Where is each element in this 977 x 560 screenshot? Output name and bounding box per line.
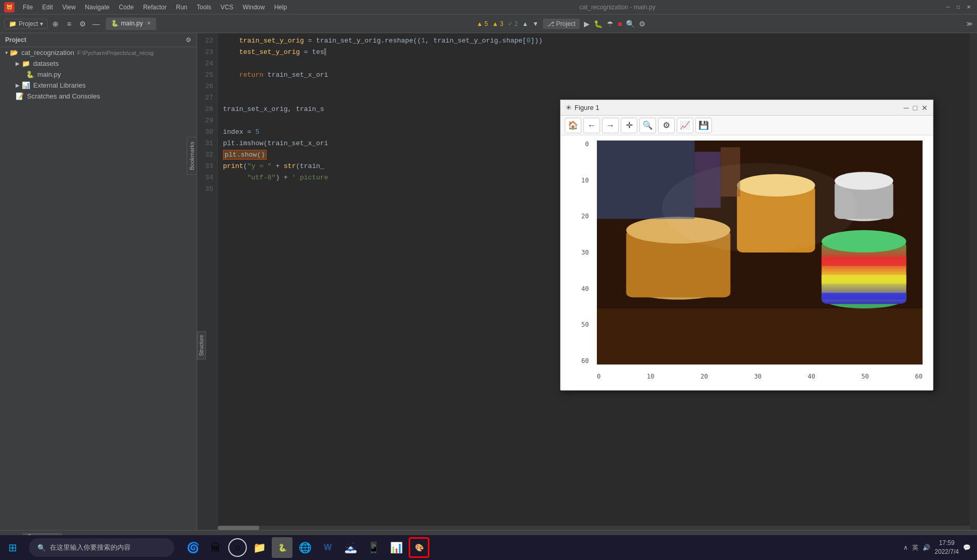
project-tab-label: Project (19, 20, 38, 27)
main-layout: Project ⚙ ▾ 📂 cat_recognization F:\Pycha… (0, 33, 977, 530)
scrollbar-thumb[interactable] (218, 526, 259, 530)
root-label: cat_recognization (21, 49, 74, 57)
figure-back-button[interactable]: ← (583, 118, 600, 133)
figure-close-button[interactable]: ✕ (922, 104, 928, 112)
taskbar-temple[interactable]: 🏛 (205, 537, 226, 558)
taskbar-table[interactable]: 📊 (386, 537, 407, 558)
structure-tab[interactable]: Structure (197, 331, 206, 360)
figure-maximize-button[interactable]: □ (913, 104, 917, 112)
bookmarks-tab[interactable]: Bookmarks (187, 137, 197, 175)
figure-scale-button[interactable]: 📈 (677, 118, 693, 133)
svg-point-20 (662, 163, 858, 253)
maximize-button[interactable]: □ (954, 3, 962, 11)
taskbar-word[interactable]: W (317, 537, 338, 558)
down-arrow-icon[interactable]: ▼ (533, 20, 539, 27)
search-icon[interactable]: 🔍 (626, 20, 635, 28)
figure-zoom-button[interactable]: 🔍 (639, 118, 656, 133)
tree-item-external-libs[interactable]: ▶ 📊 External Libraries (0, 80, 197, 91)
branch-button[interactable]: ⎇ Project (543, 19, 580, 29)
external-libs-label: External Libraries (33, 81, 86, 89)
sidebar: Project ⚙ ▾ 📂 cat_recognization F:\Pycha… (0, 33, 197, 530)
debug-icon[interactable]: 🐛 (594, 20, 603, 28)
settings-icon[interactable]: ⚙ (639, 20, 646, 28)
taskbar-phone[interactable]: 📱 (363, 537, 384, 558)
tree-item-datasets[interactable]: ▶ 📁 datasets (0, 58, 197, 69)
taskbar-files[interactable]: 📁 (249, 537, 270, 558)
y-label-30: 30 (581, 249, 589, 256)
taskbar-circle[interactable]: ○ (228, 538, 247, 557)
taskbar-pinwheel[interactable]: 🎨 (409, 537, 429, 558)
code-line-25: return train_set_x_ori (223, 69, 972, 81)
tree-item-root[interactable]: ▾ 📂 cat_recognization F:\PycharmProjects… (0, 47, 197, 58)
editor-area[interactable]: Structure 22 23 24 25 26 27 28 29 30 31 … (197, 33, 977, 530)
lib-expand-icon: ▶ (16, 82, 20, 88)
tree-item-mainpy[interactable]: 🐍 main.py (0, 69, 197, 80)
tray-time-text: 17:59 (934, 539, 959, 548)
search-placeholder-text: 在这里输入你要搜索的内容 (50, 543, 131, 552)
project-tab[interactable]: 📁 Project ▾ (4, 19, 48, 29)
tray-sound-icon[interactable]: 🔊 (923, 544, 930, 551)
menu-vcs[interactable]: VCS (216, 3, 238, 12)
sidebar-header: Project ⚙ (0, 33, 197, 47)
tray-up-icon[interactable]: ∧ (903, 544, 908, 551)
tab-bar-left: 📁 Project ▾ ⊕ ≡ ⚙ — (4, 18, 102, 30)
close-tab-icon[interactable]: ✕ (147, 20, 151, 26)
collapse-icon[interactable]: ≡ (63, 18, 75, 30)
figure-title-text: Figure 1 (575, 104, 599, 111)
figure-save-button[interactable]: 💾 (695, 118, 712, 133)
menu-window[interactable]: Window (239, 3, 269, 12)
taskbar-pycharm[interactable]: 🐍 (272, 537, 292, 558)
figure-window[interactable]: ✳ Figure 1 ─ □ ✕ 🏠 ← → ✛ 🔍 ⚙ 📈 💾 (560, 100, 933, 390)
taskbar-cortana[interactable]: 🌀 (183, 537, 203, 558)
start-button[interactable]: ⊞ (0, 535, 25, 560)
y-label-10: 10 (581, 177, 589, 184)
figure-minimize-button[interactable]: ─ (904, 104, 909, 112)
scratches-label: Scratches and Consoles (27, 92, 100, 100)
figure-home-button[interactable]: 🏠 (565, 118, 581, 133)
figure-pan-button[interactable]: ✛ (621, 118, 637, 133)
menu-tools[interactable]: Tools (192, 3, 215, 12)
taskbar-browser[interactable]: 🌐 (295, 537, 315, 558)
y-label-40: 40 (581, 285, 589, 292)
menu-help[interactable]: Help (270, 3, 291, 12)
figure-icon: ✳ (566, 104, 571, 111)
run-icon[interactable]: ▶ (584, 20, 590, 28)
figure-title: ✳ Figure 1 (566, 104, 599, 111)
menu-refactor[interactable]: Refactor (139, 3, 171, 12)
code-line-24 (223, 58, 972, 69)
gear-icon[interactable]: ⚙ (186, 36, 191, 44)
coverage-icon[interactable]: ☂ (607, 20, 613, 28)
menu-file[interactable]: File (19, 3, 37, 12)
menu-view[interactable]: View (58, 3, 80, 12)
taskbar-maps[interactable]: 🗻 (340, 537, 361, 558)
taskbar-search[interactable]: 🔍 在这里输入你要搜索的内容 (29, 538, 174, 557)
up-arrow-icon[interactable]: ▲ (522, 20, 528, 27)
y-label-0: 0 (585, 141, 589, 148)
settings-tree-icon[interactable]: ⚙ (77, 18, 88, 30)
add-file-icon[interactable]: ⊕ (50, 18, 61, 30)
code-line-26 (223, 81, 972, 92)
horizontal-scrollbar[interactable] (218, 526, 970, 530)
y-axis: 0 10 20 30 40 50 60 (581, 141, 592, 365)
figure-settings-button[interactable]: ⚙ (658, 118, 675, 133)
tab-overflow-icon[interactable]: ≫ (966, 20, 973, 27)
minimize-button[interactable]: ─ (944, 3, 952, 11)
close-button[interactable]: ✕ (965, 3, 973, 11)
root-path: F:\PycharmProjects\cat_recog (77, 50, 153, 56)
figure-forward-button[interactable]: → (602, 118, 619, 133)
editor-tab-main[interactable]: 🐍 main.py ✕ (106, 18, 156, 30)
python-file-icon: 🐍 (111, 20, 119, 27)
datasets-folder-icon: 📁 (22, 60, 30, 67)
menu-navigate[interactable]: Navigate (81, 3, 114, 12)
menu-run[interactable]: Run (172, 3, 191, 12)
stop-icon[interactable]: ■ (618, 20, 622, 28)
notification-icon[interactable]: 💬 (963, 544, 971, 551)
x-axis: 0 10 20 30 40 50 60 (597, 373, 923, 380)
menu-edit[interactable]: Edit (38, 3, 57, 12)
mainpy-label: main.py (37, 71, 61, 78)
minus-icon[interactable]: — (90, 18, 102, 30)
menu-code[interactable]: Code (115, 3, 138, 12)
tray-datetime: 17:59 2022/7/4 (934, 539, 959, 556)
tree-item-scratches[interactable]: 📝 Scratches and Consoles (0, 91, 197, 102)
x-label-60: 60 (915, 373, 923, 380)
